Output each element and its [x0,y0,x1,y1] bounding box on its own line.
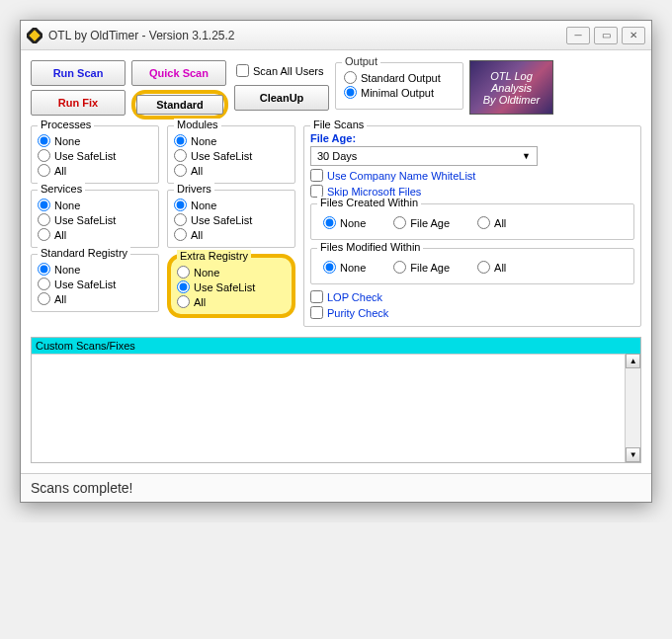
custom-scans-group: Custom Scans/Fixes ▲ ▼ [31,337,641,463]
modified-all[interactable]: All [477,261,506,274]
modules-none[interactable]: None [174,134,289,147]
logo-image: OTL Log Analysis By Oldtimer [469,60,553,115]
scroll-up-icon[interactable]: ▲ [626,354,640,368]
run-fix-button[interactable]: Run Fix [31,90,126,116]
close-button[interactable]: ✕ [622,27,645,44]
stdreg-all[interactable]: All [38,292,152,305]
modules-safelist[interactable]: Use SafeList [174,149,289,162]
modules-group: Modules None Use SafeList All [167,125,295,184]
created-none[interactable]: None [323,216,366,229]
extrareg-none[interactable]: None [177,266,286,279]
drivers-group: Drivers None Use SafeList All [167,190,295,248]
file-age-label: File Age: [310,132,634,144]
quick-scan-button[interactable]: Quick Scan [131,60,226,86]
app-icon [27,28,42,43]
purity-check-checkbox[interactable]: Purity Check [310,306,634,319]
created-fileage[interactable]: File Age [393,216,450,229]
status-bar: Scans complete! [21,473,651,502]
extra-registry-group: Extra Registry None Use SafeList All [171,258,292,314]
chevron-down-icon: ▼ [522,151,531,161]
modified-fileage[interactable]: File Age [393,261,450,274]
cleanup-button[interactable]: CleanUp [234,85,329,111]
file-age-select[interactable]: 30 Days ▼ [310,146,538,166]
standard-registry-group: Standard Registry None Use SafeList All [31,254,159,312]
created-all[interactable]: All [477,216,506,229]
standard-highlight: Standard [131,90,228,120]
services-all[interactable]: All [38,228,152,241]
services-none[interactable]: None [38,199,152,211]
scroll-down-icon[interactable]: ▼ [626,447,640,462]
processes-safelist[interactable]: Use SafeList [38,149,152,162]
processes-group: Processes None Use SafeList All [31,125,159,184]
custom-scans-legend: Custom Scans/Fixes [32,338,640,354]
minimal-output-radio[interactable]: Minimal Output [344,86,455,99]
whitelist-checkbox[interactable]: Use Company Name WhiteList [310,169,634,182]
files-modified-group: Files Modified Within None File Age All [310,248,634,284]
drivers-none[interactable]: None [174,199,289,211]
run-scan-button[interactable]: Run Scan [31,60,126,86]
stdreg-none[interactable]: None [38,263,152,276]
scan-all-users-checkbox[interactable]: Scan All Users [234,60,329,81]
window-title: OTL by OldTimer - Version 3.1.25.2 [48,29,566,42]
services-group: Services None Use SafeList All [31,190,159,248]
output-legend: Output [342,55,380,67]
modules-all[interactable]: All [174,164,289,177]
standard-button[interactable]: Standard [136,95,223,115]
processes-none[interactable]: None [38,134,152,147]
maximize-button[interactable]: ▭ [594,27,618,44]
titlebar: OTL by OldTimer - Version 3.1.25.2 ─ ▭ ✕ [21,21,651,50]
drivers-safelist[interactable]: Use SafeList [174,213,289,226]
extra-registry-highlight: Extra Registry None Use SafeList All [167,254,295,318]
scrollbar[interactable]: ▲ ▼ [625,354,640,462]
content-area: Run Scan Run Fix Quick Scan Standard Sca… [21,50,651,473]
minimize-button[interactable]: ─ [566,27,590,44]
file-scans-group: File Scans File Age: 30 Days ▼ Use Compa… [303,125,641,327]
standard-output-radio[interactable]: Standard Output [344,71,455,84]
stdreg-safelist[interactable]: Use SafeList [38,278,152,290]
app-window: OTL by OldTimer - Version 3.1.25.2 ─ ▭ ✕… [20,20,652,503]
extrareg-all[interactable]: All [177,295,286,308]
processes-all[interactable]: All [38,164,152,177]
lop-check-checkbox[interactable]: LOP Check [310,290,634,303]
output-group: Output Standard Output Minimal Output [335,62,463,110]
custom-scans-textarea[interactable] [32,354,625,462]
services-safelist[interactable]: Use SafeList [38,213,152,226]
files-created-group: Files Created Within None File Age All [310,203,634,240]
modified-none[interactable]: None [323,261,366,274]
extrareg-safelist[interactable]: Use SafeList [177,280,286,293]
drivers-all[interactable]: All [174,228,289,241]
